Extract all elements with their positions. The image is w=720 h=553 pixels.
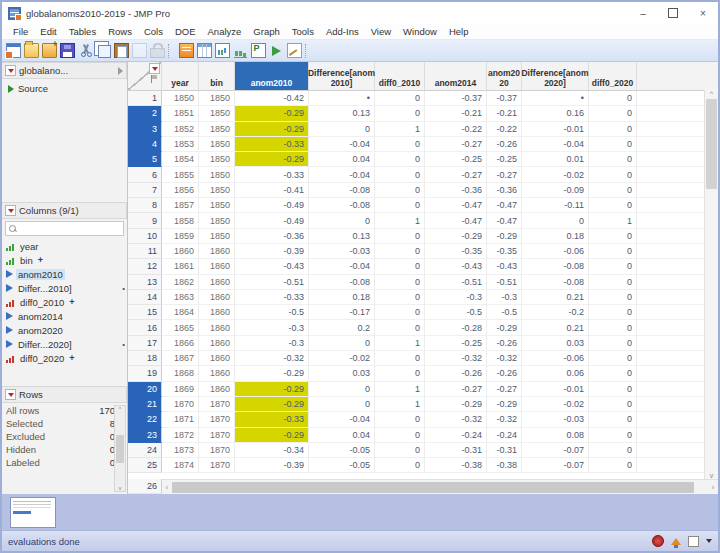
cell-a20[interactable]: -0.29	[487, 320, 522, 335]
cell-bin[interactable]: 1870	[199, 428, 235, 443]
row-number[interactable]: 4	[128, 137, 162, 152]
menu-tools[interactable]: Tools	[286, 26, 320, 37]
cell-a14[interactable]: -0.3	[425, 290, 487, 305]
column-header-d10[interactable]: Difference[anom 2010]	[309, 62, 375, 90]
formula-flag-icon[interactable]	[249, 42, 267, 60]
cell-f10[interactable]: 0	[375, 91, 425, 106]
column-item-diff0-2020[interactable]: diff0_2020+	[2, 351, 127, 365]
close-button[interactable]: ×	[688, 2, 718, 24]
cell-bin[interactable]: 1850	[199, 122, 235, 137]
cell-d10[interactable]: -0.03	[309, 244, 375, 259]
cell-a10[interactable]: -0.29	[235, 122, 309, 137]
cell-f10[interactable]: 1	[375, 336, 425, 351]
table-thumbnail[interactable]	[10, 497, 56, 528]
cell-a14[interactable]: -0.25	[425, 152, 487, 167]
cell-year[interactable]: 1860	[162, 244, 199, 259]
expand-panel-icon[interactable]	[118, 67, 123, 75]
cell-d10[interactable]: 0	[309, 122, 375, 137]
cell-d20[interactable]: 0.18	[522, 229, 589, 244]
arrow-run-icon[interactable]	[267, 42, 285, 60]
menu-edit[interactable]: Edit	[34, 26, 62, 37]
cell-bin[interactable]: 1870	[199, 443, 235, 458]
cell-bin[interactable]: 1860	[199, 305, 235, 320]
cell-f10[interactable]: 0	[375, 351, 425, 366]
scroll-up-icon[interactable]: ^	[710, 90, 713, 97]
save-icon[interactable]	[58, 42, 76, 60]
cell-f20[interactable]: 0	[589, 443, 637, 458]
cell-a20[interactable]: -0.27	[487, 382, 522, 397]
cell-a14[interactable]: -0.47	[425, 213, 487, 228]
cell-a14[interactable]: -0.28	[425, 320, 487, 335]
cell-bin[interactable]: 1860	[199, 275, 235, 290]
scroll-thumb[interactable]	[706, 99, 717, 189]
cell-d10[interactable]: -0.05	[309, 458, 375, 473]
rows-flag-icon[interactable]	[151, 75, 158, 83]
cell-a14[interactable]: -0.27	[425, 167, 487, 182]
cell-a20[interactable]: -0.26	[487, 336, 522, 351]
cell-year[interactable]: 1873	[162, 443, 199, 458]
grid-corner-cell[interactable]	[128, 62, 162, 90]
menu-add-ins[interactable]: Add-Ins	[320, 26, 365, 37]
cell-d20[interactable]: -0.06	[522, 244, 589, 259]
row-number[interactable]: 25	[128, 458, 162, 473]
sheet-icon[interactable]	[130, 42, 148, 60]
column-item-differ-2020-[interactable]: Differ...2020]•	[2, 337, 127, 351]
cell-a10[interactable]: -0.33	[235, 290, 309, 305]
cell-d20[interactable]: -0.2	[522, 305, 589, 320]
cell-f10[interactable]: 0	[375, 366, 425, 381]
cell-a14[interactable]: -0.32	[425, 351, 487, 366]
cell-a10[interactable]: -0.29	[235, 106, 309, 121]
cell-d20[interactable]: 0	[522, 213, 589, 228]
menu-analyze[interactable]: Analyze	[202, 26, 248, 37]
scroll-thumb[interactable]	[116, 435, 124, 463]
cell-a20[interactable]: -0.37	[487, 91, 522, 106]
stop-icon[interactable]	[652, 535, 664, 547]
cell-d10[interactable]: -0.02	[309, 351, 375, 366]
cell-d10[interactable]: -0.04	[309, 412, 375, 427]
cell-f20[interactable]: 0	[589, 259, 637, 274]
columns-search-input[interactable]	[5, 221, 124, 236]
cell-a10[interactable]: -0.41	[235, 183, 309, 198]
cell-a10[interactable]: -0.49	[235, 213, 309, 228]
cell-year[interactable]: 1871	[162, 412, 199, 427]
row-number[interactable]: 16	[128, 320, 162, 335]
cell-a20[interactable]: -0.32	[487, 412, 522, 427]
column-item-diff0-2010[interactable]: diff0_2010+	[2, 295, 127, 309]
cell-bin[interactable]: 1850	[199, 198, 235, 213]
journal-icon[interactable]	[177, 42, 195, 60]
cell-f20[interactable]: 0	[589, 122, 637, 137]
cell-f10[interactable]: 0	[375, 443, 425, 458]
row-number[interactable]: 14	[128, 290, 162, 305]
column-header-year[interactable]: year	[162, 62, 199, 90]
cell-a14[interactable]: -0.29	[425, 397, 487, 412]
menu-rows[interactable]: Rows	[102, 26, 138, 37]
cell-d10[interactable]: -0.08	[309, 198, 375, 213]
cell-bin[interactable]: 1860	[199, 351, 235, 366]
cell-a14[interactable]: -0.24	[425, 428, 487, 443]
row-stat-hidden[interactable]: Hidden0	[6, 444, 115, 457]
cell-a10[interactable]: -0.29	[235, 428, 309, 443]
cell-bin[interactable]: 1860	[199, 290, 235, 305]
cell-a10[interactable]: -0.3	[235, 320, 309, 335]
script-icon[interactable]	[285, 42, 303, 60]
cell-a14[interactable]: -0.37	[425, 91, 487, 106]
cell-d10[interactable]: -0.04	[309, 259, 375, 274]
cell-d20[interactable]: -0.08	[522, 275, 589, 290]
cell-f10[interactable]: 0	[375, 244, 425, 259]
cell-d20[interactable]: -0.02	[522, 397, 589, 412]
row-number[interactable]: 24	[128, 443, 162, 458]
scroll-left-icon[interactable]: ‹	[162, 484, 172, 491]
cell-a10[interactable]: -0.36	[235, 229, 309, 244]
cell-a14[interactable]: -0.27	[425, 137, 487, 152]
cell-a14[interactable]: -0.43	[425, 259, 487, 274]
cell-d20[interactable]: -0.07	[522, 443, 589, 458]
cell-year[interactable]: 1852	[162, 122, 199, 137]
cell-d20[interactable]: 0.21	[522, 290, 589, 305]
cell-f10[interactable]: 1	[375, 213, 425, 228]
cell-d20[interactable]: -0.03	[522, 412, 589, 427]
cell-d20[interactable]: 0.16	[522, 106, 589, 121]
cell-year[interactable]: 1855	[162, 167, 199, 182]
cell-f10[interactable]: 0	[375, 259, 425, 274]
column-header-d20[interactable]: Difference[anom 2020]	[522, 62, 589, 90]
cell-a20[interactable]: -0.31	[487, 443, 522, 458]
